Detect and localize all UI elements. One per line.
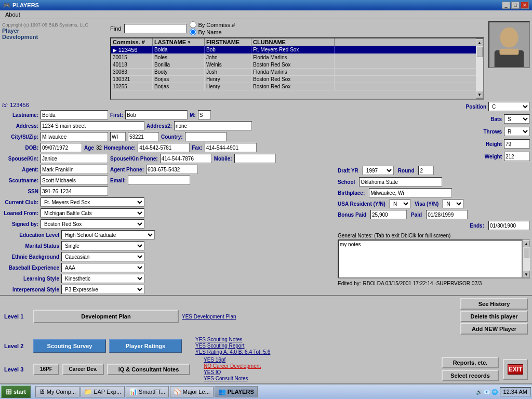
menu-about[interactable]: About <box>3 11 22 18</box>
position-select[interactable]: C <box>488 102 530 111</box>
table-row[interactable]: 30083 Booty Josh Florida Marlins <box>111 69 476 76</box>
country-field[interactable] <box>185 132 227 141</box>
currentclub-select[interactable]: Ft. Meyers Red Sox <box>41 197 144 207</box>
fax-field[interactable] <box>205 143 257 152</box>
player-grid[interactable]: Commiss. # LASTNAME ▼ FIRSTNAME CLUBNAME… <box>110 37 484 100</box>
paid-date-field[interactable] <box>426 210 468 219</box>
minimize-button[interactable]: _ <box>502 2 510 9</box>
yes-devplan-link[interactable]: YES Development Plan <box>182 314 236 320</box>
bonus-label: Bonus Paid <box>338 212 366 218</box>
learning-select[interactable]: Kinesthetic <box>61 274 144 283</box>
yes-consult-link[interactable]: YES Consult Notes <box>204 376 261 381</box>
yes-scouting-notes-link[interactable]: YES Scouting Notes <box>195 337 270 342</box>
spouse-field[interactable] <box>41 154 108 163</box>
notes-scrollbar[interactable]: ▲ ▼ <box>523 240 530 278</box>
round-field[interactable] <box>418 166 434 175</box>
window-controls[interactable]: _ □ ✕ <box>502 2 529 9</box>
city-field[interactable] <box>41 132 108 141</box>
start-button[interactable]: ⊞ start <box>1 385 31 398</box>
lastname-field[interactable] <box>41 110 108 119</box>
maximize-button[interactable]: □ <box>511 2 520 9</box>
notes-scroll-up[interactable]: ▲ <box>523 240 530 247</box>
visa-select[interactable]: N <box>443 199 463 208</box>
height-field[interactable] <box>504 139 530 149</box>
exit-button[interactable]: EXIT <box>503 359 528 380</box>
birthplace-label: Birthplace: <box>338 190 365 196</box>
signedby-select[interactable]: Boston Red Sox <box>41 219 144 229</box>
no-career-link[interactable]: NO Career Development <box>204 363 261 369</box>
cell-lastname: Bolda <box>153 46 205 54</box>
address2-field[interactable] <box>174 121 252 130</box>
select-button[interactable]: Select records <box>442 370 499 381</box>
bats-select[interactable]: S <box>504 114 530 124</box>
grid-body[interactable]: ▶ 123456 Bolda Bob Ft. Meyers Red Sox 30… <box>111 46 476 98</box>
delete-button[interactable]: Delete this player <box>460 311 528 322</box>
dob-field[interactable] <box>41 143 82 152</box>
iq-button[interactable]: IQ & Consultant Notes <box>107 364 190 375</box>
table-row[interactable]: 130321 Borjas Henry Boston Red Sox <box>111 76 476 83</box>
draftyear-select[interactable]: 1997 <box>363 166 394 175</box>
notes-scroll-down[interactable]: ▼ <box>523 271 530 278</box>
reports-button[interactable]: Reports, etc. <box>442 357 499 368</box>
yes-iq-link[interactable]: YES IQ <box>204 369 261 375</box>
taskbar-players[interactable]: 👥 PLAYERS <box>215 386 258 397</box>
firstname-field[interactable] <box>125 110 188 119</box>
taskbar-major[interactable]: ⚾ Major Le... <box>170 386 214 397</box>
table-row[interactable]: 40118 Bonilla Welnis Boston Red Sox <box>111 61 476 69</box>
email-field[interactable] <box>128 176 190 185</box>
edited-label: Edited by: <box>338 281 361 286</box>
addnew-button[interactable]: Add NEW Player <box>460 323 528 335</box>
throws-select[interactable]: R <box>504 127 530 136</box>
taskbar-mycomp[interactable]: 🖥 My Comp... <box>35 386 79 397</box>
address-field[interactable] <box>41 121 144 130</box>
devplan-button[interactable]: Development Plan <box>33 310 179 323</box>
level2-row: Level 2 Scouting Survey Player Ratings Y… <box>4 337 528 355</box>
id-label: Id: <box>2 102 8 108</box>
agentphone-label: Agent Phone: <box>110 167 144 172</box>
homephone-field[interactable] <box>138 143 190 152</box>
usa-select[interactable]: N <box>390 199 410 208</box>
school-field[interactable] <box>359 177 442 187</box>
radio-commiss[interactable]: By Commiss.# <box>190 21 235 28</box>
interpersonal-select[interactable]: P3 Expressive <box>61 285 144 294</box>
notes-textarea[interactable]: my notes <box>338 240 523 278</box>
history-button[interactable]: See History <box>460 298 528 310</box>
careerdev-button[interactable]: Career Dev. <box>62 364 104 375</box>
scouting-button[interactable]: Scouting Survey <box>33 339 106 353</box>
table-row[interactable]: ▶ 123456 Bolda Bob Ft. Meyers Red Sox <box>111 46 476 54</box>
yes-16pf-link[interactable]: YES 16pf <box>204 357 261 363</box>
agentphone-field[interactable] <box>146 165 198 174</box>
bonus-field[interactable] <box>370 210 407 219</box>
state-field[interactable] <box>110 132 126 141</box>
zip-field[interactable] <box>128 132 159 141</box>
pf-button[interactable]: 16PF <box>33 364 59 375</box>
weight-field[interactable] <box>504 152 530 161</box>
loanedfrom-select[interactable]: Michigan Battle Cats <box>41 208 144 218</box>
agent-field[interactable] <box>41 165 108 174</box>
mobile-field[interactable] <box>234 154 276 163</box>
taskbar-smart[interactable]: 📊 SmartFT... <box>126 386 169 397</box>
ethnic-select[interactable]: Caucasian <box>61 252 144 261</box>
find-input[interactable] <box>124 24 187 33</box>
yes-scouting-report-link[interactable]: YES Scouting Report <box>195 343 270 349</box>
scoutname-field[interactable] <box>41 176 108 185</box>
yes-rating-link[interactable]: YES Rating A: 4.0 B: 6.4 Tot: 5.6 <box>195 349 270 355</box>
ends-date-field[interactable] <box>488 221 530 230</box>
ssn-field[interactable] <box>41 187 108 196</box>
scroll-down[interactable]: ▼ <box>476 91 483 98</box>
taskbar-eap[interactable]: 📁 EAP Exp... <box>81 386 125 397</box>
baseball-select[interactable]: AAA <box>61 263 144 272</box>
grid-scrollbar[interactable]: ▲ ▼ <box>476 38 483 99</box>
scroll-up[interactable]: ▲ <box>476 39 483 46</box>
close-button[interactable]: ✕ <box>521 2 529 9</box>
education-select[interactable]: High School Graduate <box>61 230 155 240</box>
dob-label: DOB: <box>2 145 38 151</box>
birthplace-field[interactable] <box>369 188 452 197</box>
ratings-button[interactable]: Player Ratings <box>109 339 182 353</box>
spousephone-field[interactable] <box>160 154 212 163</box>
radio-name[interactable]: By Name <box>190 29 235 35</box>
table-row[interactable]: 30015 Boles John Florida Marlins <box>111 54 476 61</box>
marital-select[interactable]: Single <box>61 241 144 250</box>
middle-field[interactable] <box>198 110 211 119</box>
table-row[interactable]: 10255 Borjas Henry Boston Red Sox <box>111 83 476 90</box>
